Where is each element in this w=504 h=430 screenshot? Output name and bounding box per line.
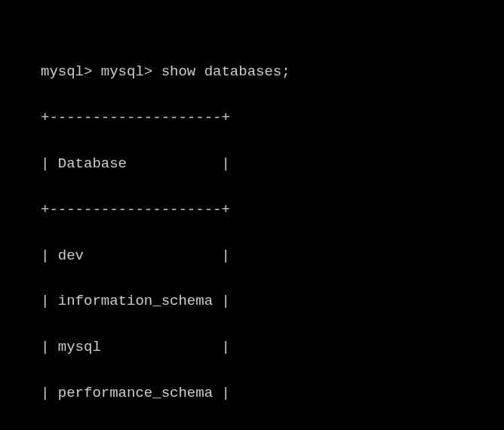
- table-border-top: +--------------------+: [41, 106, 504, 129]
- terminal-output: mysql> mysql> show databases; +---------…: [0, 0, 504, 430]
- table-row: | information_schema |: [41, 290, 504, 312]
- prompt-line[interactable]: mysql> mysql> show databases;: [41, 60, 504, 83]
- table-row: | prod |: [41, 428, 504, 430]
- table-header-row: | Database |: [41, 152, 504, 175]
- table-row: | mysql |: [41, 336, 504, 358]
- table-row: | performance_schema |: [41, 382, 504, 404]
- table-border-mid: +--------------------+: [41, 198, 504, 221]
- table-row: | dev |: [41, 244, 504, 267]
